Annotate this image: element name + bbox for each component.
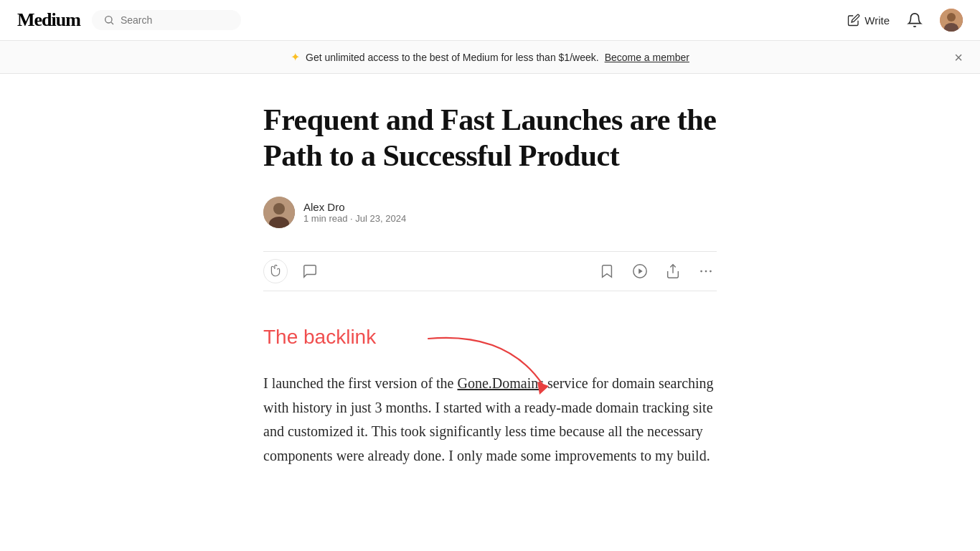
become-member-link[interactable]: Become a member xyxy=(605,52,689,63)
search-icon xyxy=(103,14,115,26)
play-icon xyxy=(632,263,648,279)
author-avatar[interactable] xyxy=(263,197,295,228)
navbar: Medium Search Write xyxy=(0,0,980,41)
medium-logo[interactable]: Medium xyxy=(17,9,80,31)
svg-point-13 xyxy=(710,270,712,273)
svg-point-0 xyxy=(105,17,112,23)
read-time: 1 min read xyxy=(303,213,347,224)
author-row: Alex Dro 1 min read · Jul 23, 2024 xyxy=(263,197,717,228)
listen-button[interactable] xyxy=(629,260,651,282)
share-icon xyxy=(665,263,681,279)
write-label: Write xyxy=(864,14,890,27)
navbar-left: Medium Search xyxy=(17,9,241,31)
bookmark-button[interactable] xyxy=(596,260,618,282)
svg-marker-9 xyxy=(639,268,643,273)
backlink-arrow xyxy=(421,331,565,396)
svg-point-3 xyxy=(947,13,956,22)
svg-point-11 xyxy=(700,270,702,273)
author-info: Alex Dro 1 min read · Jul 23, 2024 xyxy=(303,201,406,224)
user-avatar[interactable] xyxy=(940,9,963,32)
bell-icon xyxy=(907,12,923,28)
comment-button[interactable] xyxy=(299,260,321,282)
article-body: The backlink I launched the first versio… xyxy=(263,326,717,468)
comment-icon xyxy=(302,263,318,279)
svg-marker-14 xyxy=(537,382,549,395)
more-options-button[interactable] xyxy=(695,260,717,282)
share-button[interactable] xyxy=(662,260,684,282)
author-name[interactable]: Alex Dro xyxy=(303,201,406,213)
banner-content: ✦ Get unlimited access to the best of Me… xyxy=(291,50,689,64)
svg-point-12 xyxy=(705,270,707,273)
avatar-image xyxy=(940,9,963,32)
navbar-right: Write xyxy=(847,9,963,32)
action-right xyxy=(596,260,717,282)
article-main: Frequent and Fast Launches are the Path … xyxy=(246,74,734,511)
banner-close-button[interactable]: × xyxy=(954,50,963,65)
svg-point-6 xyxy=(273,203,285,215)
search-placeholder: Search xyxy=(121,14,152,26)
banner-star-icon: ✦ xyxy=(291,50,300,64)
membership-banner: ✦ Get unlimited access to the best of Me… xyxy=(0,41,980,74)
action-left xyxy=(263,259,321,283)
clap-icon xyxy=(269,265,282,278)
action-bar xyxy=(263,251,717,291)
more-icon xyxy=(698,263,714,279)
svg-line-1 xyxy=(111,22,113,24)
backlink-annotation: The backlink xyxy=(263,326,717,354)
author-meta: 1 min read · Jul 23, 2024 xyxy=(303,213,406,224)
write-button[interactable]: Write xyxy=(847,14,890,27)
author-avatar-image xyxy=(263,197,295,228)
banner-text: Get unlimited access to the best of Medi… xyxy=(306,52,599,63)
search-bar[interactable]: Search xyxy=(92,10,241,30)
write-icon xyxy=(847,14,860,27)
backlink-label: The backlink xyxy=(263,326,376,349)
clap-button[interactable] xyxy=(263,259,288,283)
notification-button[interactable] xyxy=(907,12,923,28)
bookmark-icon xyxy=(599,263,615,279)
article-title: Frequent and Fast Launches are the Path … xyxy=(263,103,717,174)
article-date: Jul 23, 2024 xyxy=(355,213,406,224)
